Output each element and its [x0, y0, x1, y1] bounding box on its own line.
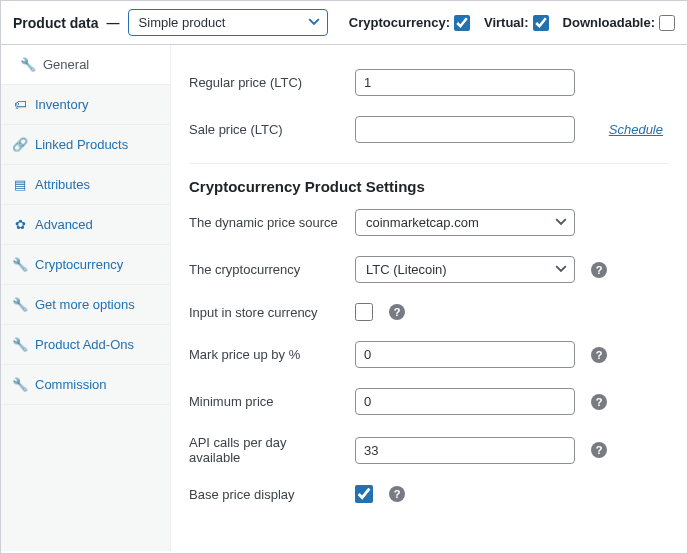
base-price-row: Base price display ?: [189, 475, 669, 513]
price-source-label: The dynamic price source: [189, 215, 339, 230]
tab-advanced[interactable]: ✿ Advanced: [1, 205, 170, 245]
regular-price-input[interactable]: [355, 69, 575, 96]
regular-price-label: Regular price (LTC): [189, 75, 339, 90]
link-icon: 🔗: [13, 137, 27, 152]
section-divider: [189, 163, 669, 164]
base-price-checkbox[interactable]: [355, 485, 373, 503]
api-calls-label: API calls per day available: [189, 435, 339, 465]
markup-row: Mark price up by % ?: [189, 331, 669, 378]
tab-label: Get more options: [35, 297, 135, 312]
sale-price-label: Sale price (LTC): [189, 122, 339, 137]
help-icon[interactable]: ?: [591, 262, 607, 278]
help-icon[interactable]: ?: [591, 347, 607, 363]
downloadable-checkbox[interactable]: [659, 15, 675, 31]
regular-price-row: Regular price (LTC): [189, 59, 669, 106]
cryptocurrency-label: The cryptocurrency: [189, 262, 339, 277]
tab-commission[interactable]: 🔧 Commission: [1, 365, 170, 405]
cryptocurrency-select-wrap: LTC (Litecoin): [355, 256, 575, 283]
panel-header: Product data — Simple product Cryptocurr…: [1, 1, 687, 45]
tab-label: Cryptocurrency: [35, 257, 123, 272]
tab-label: Commission: [35, 377, 107, 392]
gear-icon: ✿: [13, 217, 27, 232]
tab-inventory[interactable]: 🏷 Inventory: [1, 85, 170, 125]
min-price-label: Minimum price: [189, 394, 339, 409]
tab-content: Regular price (LTC) Sale price (LTC) Sch…: [171, 45, 687, 551]
api-calls-input[interactable]: [355, 437, 575, 464]
downloadable-toggle[interactable]: Downloadable:: [563, 15, 675, 31]
tab-general[interactable]: 🔧 General: [1, 45, 170, 85]
schedule-link[interactable]: Schedule: [609, 122, 663, 137]
wrench-icon: 🔧: [13, 377, 27, 392]
sale-price-row: Sale price (LTC) Schedule: [189, 106, 669, 153]
markup-input[interactable]: [355, 341, 575, 368]
tab-linked-products[interactable]: 🔗 Linked Products: [1, 125, 170, 165]
min-price-input[interactable]: [355, 388, 575, 415]
product-type-select[interactable]: Simple product: [128, 9, 328, 36]
store-currency-row: Input in store currency ?: [189, 293, 669, 331]
tab-label: General: [43, 57, 89, 72]
price-source-select[interactable]: coinmarketcap.com: [355, 209, 575, 236]
store-currency-label: Input in store currency: [189, 305, 339, 320]
panel-body: 🔧 General 🏷 Inventory 🔗 Linked Products …: [1, 45, 687, 551]
wrench-icon: 🔧: [21, 57, 35, 72]
tag-icon: 🏷: [13, 97, 27, 112]
tab-label: Attributes: [35, 177, 90, 192]
tab-cryptocurrency[interactable]: 🔧 Cryptocurrency: [1, 245, 170, 285]
virtual-toggle[interactable]: Virtual:: [484, 15, 549, 31]
tabs-sidebar: 🔧 General 🏷 Inventory 🔗 Linked Products …: [1, 45, 171, 551]
sale-price-input[interactable]: [355, 116, 575, 143]
crypto-settings-heading: Cryptocurrency Product Settings: [189, 178, 669, 195]
tab-label: Advanced: [35, 217, 93, 232]
store-currency-checkbox[interactable]: [355, 303, 373, 321]
panel-title: Product data: [13, 15, 99, 31]
tab-product-addons[interactable]: 🔧 Product Add-Ons: [1, 325, 170, 365]
cryptocurrency-row: The cryptocurrency LTC (Litecoin) ?: [189, 246, 669, 293]
help-icon[interactable]: ?: [389, 486, 405, 502]
virtual-checkbox[interactable]: [533, 15, 549, 31]
list-icon: ▤: [13, 177, 27, 192]
help-icon[interactable]: ?: [591, 394, 607, 410]
help-icon[interactable]: ?: [591, 442, 607, 458]
price-source-select-wrap: coinmarketcap.com: [355, 209, 575, 236]
wrench-icon: 🔧: [13, 297, 27, 312]
title-dash: —: [107, 15, 120, 30]
product-type-select-wrap: Simple product: [128, 9, 328, 36]
help-icon[interactable]: ?: [389, 304, 405, 320]
price-source-row: The dynamic price source coinmarketcap.c…: [189, 199, 669, 246]
min-price-row: Minimum price ?: [189, 378, 669, 425]
downloadable-toggle-label: Downloadable:: [563, 15, 655, 30]
cryptocurrency-select[interactable]: LTC (Litecoin): [355, 256, 575, 283]
wrench-icon: 🔧: [13, 337, 27, 352]
cryptocurrency-toggle[interactable]: Cryptocurrency:: [349, 15, 470, 31]
wrench-icon: 🔧: [13, 257, 27, 272]
product-data-panel: Product data — Simple product Cryptocurr…: [0, 0, 688, 554]
tab-label: Linked Products: [35, 137, 128, 152]
api-calls-row: API calls per day available ?: [189, 425, 669, 475]
cryptocurrency-toggle-label: Cryptocurrency:: [349, 15, 450, 30]
cryptocurrency-checkbox[interactable]: [454, 15, 470, 31]
header-options: Cryptocurrency: Virtual: Downloadable:: [349, 15, 675, 31]
markup-label: Mark price up by %: [189, 347, 339, 362]
tab-label: Product Add-Ons: [35, 337, 134, 352]
tab-attributes[interactable]: ▤ Attributes: [1, 165, 170, 205]
tab-get-more-options[interactable]: 🔧 Get more options: [1, 285, 170, 325]
base-price-label: Base price display: [189, 487, 339, 502]
virtual-toggle-label: Virtual:: [484, 15, 529, 30]
tab-label: Inventory: [35, 97, 88, 112]
